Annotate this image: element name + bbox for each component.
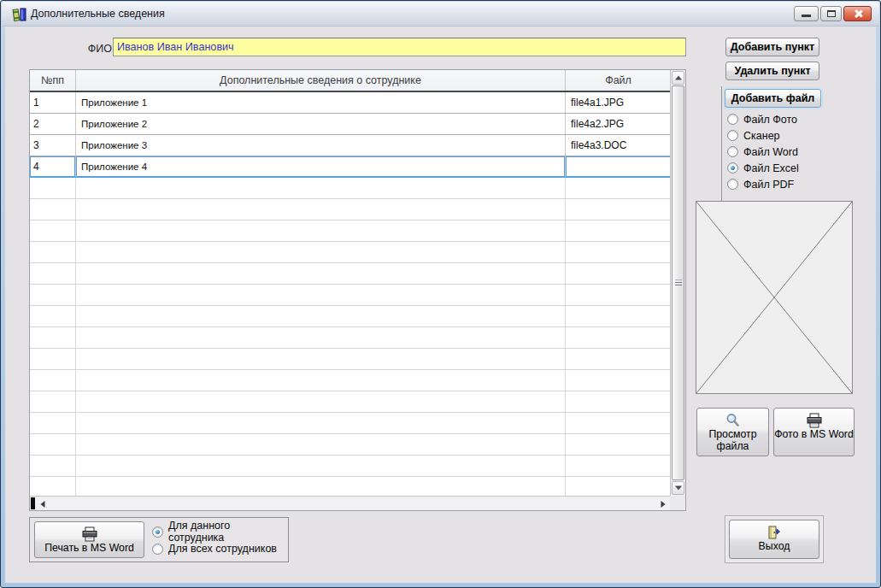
radio-icon[interactable] — [727, 162, 738, 173]
row-file-cell[interactable] — [566, 434, 671, 455]
radio-icon[interactable] — [727, 146, 738, 157]
row-file-cell[interactable] — [566, 178, 671, 198]
row-details-cell[interactable] — [76, 220, 566, 241]
radio-icon[interactable] — [727, 179, 738, 190]
row-file-cell[interactable]: file4a2.JPG — [566, 114, 671, 134]
h-scroll-thumb[interactable] — [31, 497, 35, 509]
table-row-empty[interactable] — [30, 370, 671, 391]
table-row-empty[interactable] — [30, 285, 671, 306]
row-details-cell[interactable]: Приложение 2 — [76, 114, 566, 134]
row-file-cell[interactable] — [566, 306, 671, 326]
minimize-button[interactable] — [794, 6, 819, 21]
add-file-button[interactable]: Добавить файл — [725, 89, 821, 108]
row-file-cell[interactable] — [566, 327, 671, 348]
row-details-cell[interactable] — [76, 456, 566, 476]
row-details-cell[interactable] — [76, 178, 566, 198]
row-num-cell[interactable] — [30, 242, 76, 262]
row-file-cell[interactable] — [566, 349, 671, 369]
table-row-empty[interactable] — [30, 327, 671, 349]
row-num-cell[interactable]: 4 — [30, 156, 76, 177]
row-details-cell[interactable] — [76, 370, 566, 391]
row-file-cell[interactable] — [566, 220, 671, 241]
file-source-option[interactable]: Сканер — [727, 127, 799, 144]
radio-icon[interactable] — [152, 544, 163, 555]
scroll-right-button[interactable] — [658, 499, 668, 509]
add-item-button[interactable]: Добавить пункт — [725, 38, 819, 56]
row-details-cell[interactable] — [76, 477, 566, 496]
row-file-cell[interactable]: file4a1.JPG — [566, 92, 671, 113]
row-num-cell[interactable] — [30, 178, 76, 198]
row-file-cell[interactable] — [566, 413, 671, 433]
file-source-option[interactable]: Файл Excel — [727, 160, 799, 176]
row-num-cell[interactable]: 1 — [30, 92, 76, 113]
row-file-cell[interactable] — [566, 391, 671, 412]
table-row-empty[interactable] — [30, 477, 671, 496]
row-num-cell[interactable] — [30, 456, 76, 476]
titlebar[interactable]: Дополнительные сведения — [2, 2, 879, 26]
file-source-option[interactable]: Файл PDF — [727, 176, 799, 192]
row-num-cell[interactable] — [30, 263, 76, 284]
table-row[interactable]: 2Приложение 2file4a2.JPG — [30, 114, 671, 135]
radio-icon[interactable] — [727, 130, 738, 141]
row-num-cell[interactable] — [30, 391, 76, 412]
v-scrollbar[interactable] — [670, 70, 685, 496]
radio-icon[interactable] — [152, 526, 163, 538]
row-file-cell[interactable] — [566, 477, 671, 496]
exit-button[interactable]: Выход — [729, 520, 819, 559]
table-row-empty[interactable] — [30, 434, 671, 456]
table-row-empty[interactable] — [30, 306, 671, 327]
table-row-empty[interactable] — [30, 413, 671, 434]
row-details-cell[interactable] — [76, 285, 566, 305]
row-details-cell[interactable] — [76, 263, 566, 284]
fio-input[interactable] — [113, 38, 686, 56]
row-file-cell[interactable] — [566, 156, 671, 177]
row-num-cell[interactable] — [30, 477, 76, 496]
table-row[interactable]: 1Приложение 1file4a1.JPG — [30, 92, 671, 114]
file-source-option[interactable]: Файл Фото — [727, 111, 799, 127]
row-details-cell[interactable]: Приложение 4 — [76, 156, 566, 177]
file-source-option[interactable]: Файл Word — [727, 144, 799, 160]
row-num-cell[interactable] — [30, 285, 76, 305]
row-num-cell[interactable]: 3 — [30, 135, 76, 156]
table-row-empty[interactable] — [30, 263, 671, 285]
row-details-cell[interactable]: Приложение 1 — [76, 92, 566, 113]
table-row-empty[interactable] — [30, 349, 671, 370]
row-num-cell[interactable] — [30, 199, 76, 220]
print-word-button[interactable]: Печать в MS Word — [34, 521, 144, 558]
row-details-cell[interactable]: Приложение 3 — [76, 135, 566, 156]
table-row-empty[interactable] — [30, 456, 671, 477]
print-scope-option[interactable]: Для данного сотрудника — [152, 523, 288, 540]
scroll-up-button[interactable] — [672, 71, 684, 85]
v-scroll-thumb[interactable] — [672, 85, 684, 480]
row-details-cell[interactable] — [76, 327, 566, 348]
table-row-empty[interactable] — [30, 199, 671, 220]
row-file-cell[interactable] — [566, 285, 671, 305]
row-file-cell[interactable] — [566, 242, 671, 262]
row-file-cell[interactable] — [566, 263, 671, 284]
row-num-cell[interactable]: 2 — [30, 114, 76, 134]
row-file-cell[interactable]: file4a3.DOC — [566, 135, 671, 156]
row-num-cell[interactable] — [30, 327, 76, 348]
row-num-cell[interactable] — [30, 370, 76, 391]
table-row[interactable]: 4Приложение 4 — [30, 156, 671, 178]
row-file-cell[interactable] — [566, 370, 671, 391]
scroll-down-button[interactable] — [672, 481, 684, 495]
row-num-cell[interactable] — [30, 220, 76, 241]
close-button[interactable] — [843, 6, 872, 21]
row-file-cell[interactable] — [566, 456, 671, 476]
table-row-empty[interactable] — [30, 391, 671, 413]
view-file-button[interactable]: Просмотр файла — [696, 408, 769, 456]
table-row-empty[interactable] — [30, 178, 671, 199]
row-num-cell[interactable] — [30, 434, 76, 455]
row-details-cell[interactable] — [76, 242, 566, 262]
row-details-cell[interactable] — [76, 434, 566, 455]
table-row-empty[interactable] — [30, 242, 671, 263]
print-scope-option[interactable]: Для всех сотрудников — [152, 540, 288, 557]
row-file-cell[interactable] — [566, 199, 671, 220]
table-row-empty[interactable] — [30, 220, 671, 242]
row-details-cell[interactable] — [76, 306, 566, 326]
delete-item-button[interactable]: Удалить пункт — [725, 62, 819, 80]
row-details-cell[interactable] — [76, 349, 566, 369]
table-row[interactable]: 3Приложение 3file4a3.DOC — [30, 135, 671, 156]
row-num-cell[interactable] — [30, 349, 76, 369]
